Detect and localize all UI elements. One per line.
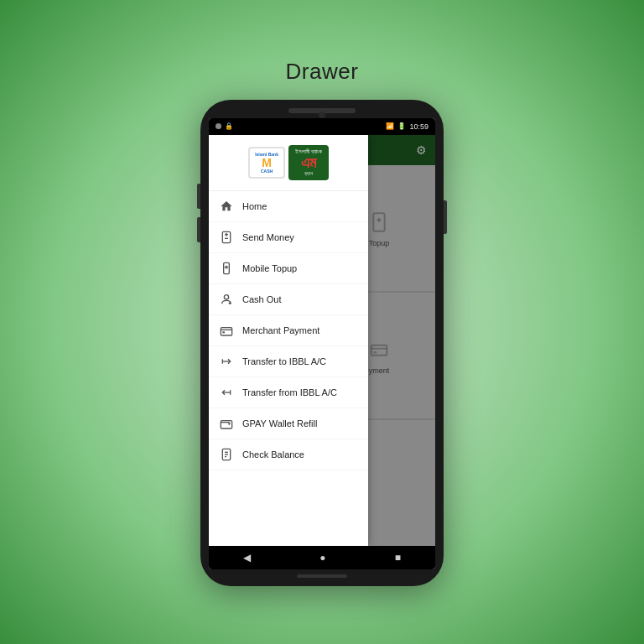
drawer-menu: Home S xyxy=(209,191,368,545)
phone-shell: 🔒 📶 🔋 10:59 ⚙ xyxy=(200,100,444,586)
lock-icon: 🔒 xyxy=(225,122,233,130)
menu-label-merchant-payment: Merchant Payment xyxy=(242,325,319,335)
status-right: 📶 🔋 10:59 xyxy=(386,122,428,131)
transfer-from-icon xyxy=(219,385,234,400)
battery-icon: 🔋 xyxy=(397,122,406,130)
power-button[interactable] xyxy=(444,200,447,234)
menu-label-check-balance: Check Balance xyxy=(242,449,304,460)
menu-label-gpay-wallet: GPAY Wallet Refill xyxy=(242,418,317,428)
drawer-scrim[interactable] xyxy=(368,135,435,546)
menu-label-cash-out: Cash Out xyxy=(242,294,281,304)
recent-button[interactable]: ■ xyxy=(395,552,401,564)
volume-down-button[interactable] xyxy=(197,217,200,242)
menu-item-transfer-to-ibbl[interactable]: Transfer to IBBL A/C xyxy=(209,346,368,377)
front-camera xyxy=(319,112,325,118)
menu-item-send-money[interactable]: Send Money xyxy=(209,222,368,253)
send-icon xyxy=(219,230,234,245)
svg-rect-19 xyxy=(221,328,231,335)
menu-item-gpay-wallet[interactable]: GPAY Wallet Refill xyxy=(209,408,368,439)
menu-item-transfer-from-ibbl[interactable]: Transfer from IBBL A/C xyxy=(209,377,368,408)
status-bar: 🔒 📶 🔋 10:59 xyxy=(209,118,435,135)
back-button[interactable]: ◀ xyxy=(243,552,251,564)
drawer-logo: Islami Bank M CASH ইসলামী ব্যাংক এম ক্যা… xyxy=(209,135,368,192)
wallet-icon xyxy=(219,416,234,431)
svg-rect-21 xyxy=(222,332,225,334)
svg-point-16 xyxy=(224,295,228,299)
cash-text: CASH xyxy=(261,169,273,174)
merchant-icon xyxy=(219,323,234,338)
transfer-to-icon xyxy=(219,354,234,369)
home-button[interactable]: ● xyxy=(319,552,325,564)
menu-item-check-balance[interactable]: Check Balance xyxy=(209,439,368,470)
status-dot xyxy=(216,123,221,129)
phone-bottom-bar xyxy=(297,574,347,578)
svg-point-25 xyxy=(228,423,229,424)
mobile-topup-icon xyxy=(219,261,234,276)
check-balance-icon xyxy=(219,447,234,462)
volume-up-button[interactable] xyxy=(197,184,200,209)
status-time: 10:59 xyxy=(409,122,428,131)
menu-item-cash-out[interactable]: Cash Out xyxy=(209,284,368,315)
signal-icon: 📶 xyxy=(386,122,394,130)
em-text: এম xyxy=(301,155,316,172)
status-left: 🔒 xyxy=(216,122,233,130)
menu-label-mobile-topup: Mobile Topup xyxy=(242,263,297,273)
page-title: Drawer xyxy=(286,59,359,85)
islami-bank-logo: Islami Bank M CASH xyxy=(248,147,285,179)
drawer-overlay: Islami Bank M CASH ইসলামী ব্যাংক এম ক্যা… xyxy=(209,135,435,546)
menu-item-mobile-topup[interactable]: Mobile Topup xyxy=(209,253,368,284)
menu-label-send-money: Send Money xyxy=(242,232,294,242)
menu-item-merchant-payment[interactable]: Merchant Payment xyxy=(209,315,368,346)
nav-bar: ◀ ● ■ xyxy=(209,546,435,569)
cash-out-icon xyxy=(219,292,234,307)
home-icon xyxy=(219,199,234,214)
cash-bn: ক্যাশ xyxy=(304,171,313,177)
menu-label-transfer-from-ibbl: Transfer from IBBL A/C xyxy=(242,387,337,397)
menu-item-home[interactable]: Home xyxy=(209,191,368,222)
menu-label-transfer-to-ibbl: Transfer to IBBL A/C xyxy=(242,356,326,366)
mcash-logo: ইসলামী ব্যাংক এম ক্যাশ xyxy=(288,145,329,181)
app-content: ⚙ Topup xyxy=(209,135,435,546)
menu-label-home: Home xyxy=(242,201,267,211)
screen: 🔒 📶 🔋 10:59 ⚙ xyxy=(209,118,435,569)
drawer-panel: Islami Bank M CASH ইসলামী ব্যাংক এম ক্যা… xyxy=(209,135,368,546)
m-logo: M xyxy=(262,157,272,169)
